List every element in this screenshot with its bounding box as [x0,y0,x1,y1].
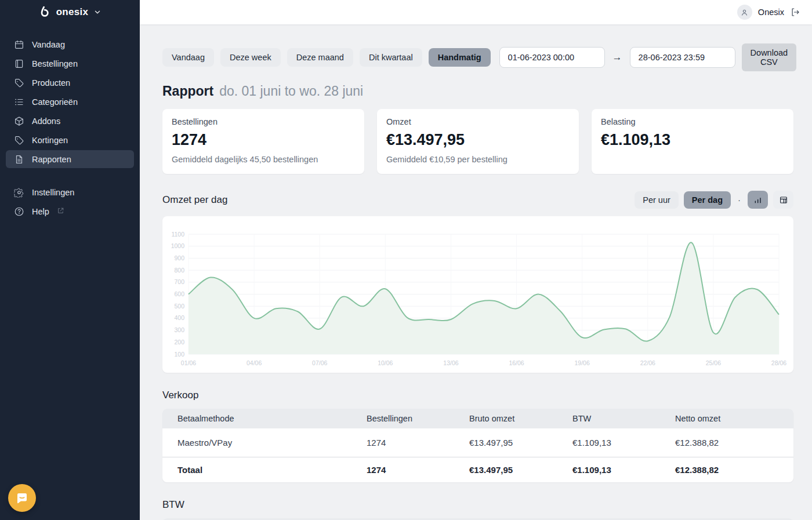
sidebar-item-categorieen[interactable]: Categorieën [6,93,134,111]
column-header: BTW [572,414,675,423]
sidebar-item-bestellingen[interactable]: Bestellingen [6,54,134,72]
user-name: Onesix [758,8,784,17]
column-header: Bruto omzet [469,414,572,423]
per-uur-button[interactable]: Per uur [635,191,679,209]
sidebar-item-label: Rapporten [32,155,71,164]
help-circle-icon [13,206,24,217]
logo[interactable]: onesix [0,0,140,24]
svg-text:600: 600 [174,290,184,297]
stat-label: Omzet [386,117,570,126]
chart-header: Omzet per dag Per uur Per dag · [162,191,793,209]
calendar-icon [13,39,24,50]
stat-card-bestellingen: Bestellingen 1274 Gemiddeld dagelijks 45… [162,109,364,174]
sidebar-item-addons[interactable]: Addons [6,112,134,130]
sidebar-item-label: Addons [32,117,60,126]
svg-text:22/06: 22/06 [640,359,655,366]
external-link-icon [57,207,64,216]
stat-label: Bestellingen [172,117,355,126]
cell-totaal-bruto: €13.497,95 [469,465,572,475]
per-dag-button[interactable]: Per dag [684,191,731,209]
preset-dit-kwartaal-button[interactable]: Dit kwartaal [360,48,422,67]
svg-text:13/06: 13/06 [443,359,458,366]
preset-handmatig-button[interactable]: Handmatig [429,48,491,67]
stat-subtext [601,155,784,165]
sidebar-item-producten[interactable]: Producten [6,74,134,92]
date-from-input[interactable] [499,47,605,68]
sidebar-item-label: Categorieën [32,97,78,107]
svg-text:19/06: 19/06 [575,359,590,366]
sidebar-item-vandaag[interactable]: Vandaag [6,35,134,53]
stat-card-belasting: Belasting €1.109,13 [592,109,793,174]
stat-value: 1274 [172,131,355,149]
preset-deze-maand-button[interactable]: Deze maand [287,48,353,67]
logo-text: onesix [56,6,89,18]
stat-value: €13.497,95 [386,131,570,149]
preset-deze-week-button[interactable]: Deze week [220,48,281,67]
svg-text:04/06: 04/06 [246,359,262,366]
cell-totaal-netto: €12.388,82 [675,465,793,475]
svg-text:300: 300 [174,326,184,333]
main-content: Vandaag Deze week Deze maand Dit kwartaa… [140,24,812,520]
stat-cards: Bestellingen 1274 Gemiddeld dagelijks 45… [162,109,793,174]
sidebar-item-instellingen[interactable]: Instellingen [6,183,134,201]
stat-card-omzet: Omzet €13.497,95 Gemiddeld €10,59 per be… [377,109,579,174]
chat-launcher-button[interactable] [8,484,36,512]
sidebar-item-label: Help [32,207,49,216]
svg-text:01/06: 01/06 [181,359,196,366]
sidebar-item-help[interactable]: Help [6,202,134,220]
box-icon [13,115,24,126]
cell-netto-omzet: €12.388,82 [675,438,793,448]
svg-text:25/06: 25/06 [706,359,721,366]
stat-subtext: Gemiddeld dagelijks 45,50 bestellingen [172,155,355,165]
list-icon [13,96,24,107]
table-view-button[interactable] [773,191,793,209]
sidebar-item-kortingen[interactable]: Kortingen [6,131,134,149]
sidebar-nav: Vandaag Bestellingen Producten Categorie… [0,35,140,221]
svg-text:28/06: 28/06 [771,359,786,366]
date-to-input[interactable] [630,47,735,68]
cell-totaal-btw: €1.109,13 [572,465,675,475]
total-row: Totaal 1274 €13.497,95 €1.109,13 €12.388… [162,457,793,482]
table-row: Maestro/VPay 1274 €13.497,95 €1.109,13 €… [162,428,793,457]
book-icon [13,58,24,69]
chart-controls: Per uur Per dag · [635,191,793,209]
avatar[interactable] [737,5,752,20]
dot-separator: · [736,195,742,205]
bar-chart-icon [753,195,763,205]
top-header: Onesix [140,0,812,24]
chart-view-button[interactable] [748,191,768,209]
svg-text:700: 700 [174,278,184,285]
btw-title: BTW [162,499,793,511]
stat-subtext: Gemiddeld €10,59 per bestelling [386,155,570,165]
verkoop-header-row: Betaalmethode Bestellingen Bruto omzet B… [162,409,793,428]
sidebar-item-rapporten[interactable]: Rapporten [6,150,134,168]
table-icon [779,195,788,205]
svg-text:16/06: 16/06 [509,359,524,366]
svg-text:900: 900 [174,254,184,261]
verkoop-title: Verkoop [162,390,793,401]
gear-icon [13,187,24,198]
chat-icon [15,491,29,505]
arrow-right-icon: → [611,52,624,63]
svg-text:1000: 1000 [171,242,185,249]
svg-text:400: 400 [174,314,184,321]
logout-icon[interactable] [790,6,802,18]
nav-divider-gap [0,169,140,183]
svg-text:200: 200 [174,339,184,346]
svg-text:800: 800 [174,267,184,274]
report-title-row: Rapport do. 01 juni to wo. 28 juni [162,83,793,99]
svg-text:10/06: 10/06 [378,359,393,366]
cell-totaal-bestellingen: 1274 [367,465,469,475]
onesix-logo-icon [38,6,51,19]
column-header: Bestellingen [367,414,469,423]
filter-bar: Vandaag Deze week Deze maand Dit kwartaa… [162,43,793,71]
document-icon [13,154,24,165]
download-csv-button[interactable]: Download CSV [742,43,797,71]
preset-vandaag-button[interactable]: Vandaag [162,48,214,67]
column-header: Betaalmethode [162,414,367,423]
verkoop-section: Verkoop Betaalmethode Bestellingen Bruto… [162,390,793,482]
omzet-chart[interactable]: 1002003004005006007008009001000110001/06… [162,216,793,373]
cell-betaalmethode: Maestro/VPay [162,438,367,448]
report-date-range: do. 01 juni to wo. 28 juni [219,83,363,99]
btw-section: BTW BTW percentage Totaal BTW Bruto omze… [162,499,793,520]
